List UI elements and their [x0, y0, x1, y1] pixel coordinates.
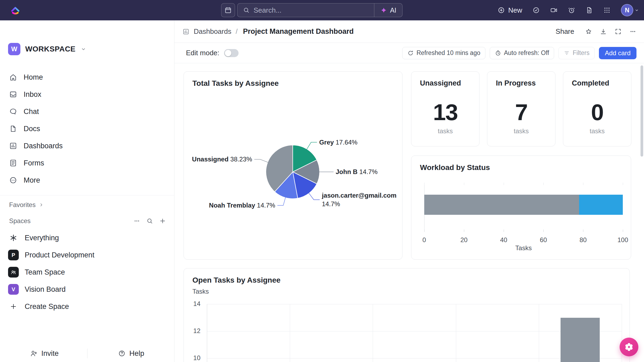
bar-column-5[interactable]: [561, 318, 600, 362]
sidebar-item-inbox[interactable]: Inbox: [0, 86, 174, 103]
spaces-more-button[interactable]: [133, 217, 140, 224]
nav-label: Inbox: [24, 90, 41, 99]
x-tick-label: 100: [615, 236, 631, 244]
nav-label: More: [24, 176, 40, 184]
tick-mark: [583, 230, 583, 232]
refreshed-status-button[interactable]: Refreshed 10 mins ago: [402, 47, 485, 59]
stat-unit: tasks: [563, 127, 631, 135]
pie-slice-label: John B 14.7%: [336, 168, 378, 176]
more-options-button[interactable]: [629, 28, 636, 35]
invite-user-icon: [30, 350, 38, 357]
more-circle-icon: [9, 176, 17, 184]
filters-button[interactable]: Filters: [558, 47, 595, 59]
gridline-v: [456, 304, 456, 362]
reminders-button[interactable]: [568, 6, 575, 14]
gridline-v: [373, 304, 373, 362]
spaces-add-button[interactable]: [159, 217, 166, 224]
scrollbar[interactable]: [640, 63, 644, 362]
space-label: Vision Board: [25, 285, 66, 294]
filter-icon: [564, 50, 570, 56]
search-icon: [146, 217, 153, 224]
user-avatar[interactable]: N: [621, 4, 633, 16]
sidebar-item-home[interactable]: Home: [0, 69, 174, 86]
workspace-switcher[interactable]: W WORKSPACE: [8, 43, 86, 55]
workload-bar-segment-0[interactable]: [424, 195, 579, 215]
alarm-clock-icon: [568, 6, 575, 14]
download-icon: [600, 28, 607, 35]
gridline-h: [207, 331, 622, 331]
search-input[interactable]: [254, 6, 374, 14]
sidebar-item-dashboards[interactable]: Dashboards: [0, 137, 174, 154]
forms-icon: [9, 159, 17, 167]
check-circle-button[interactable]: [532, 6, 540, 14]
stat-title: Completed: [572, 79, 609, 87]
auto-refresh-button[interactable]: Auto refresh: Off: [490, 47, 554, 59]
sidebar-item-docs[interactable]: Docs: [0, 120, 174, 137]
video-button[interactable]: [550, 6, 558, 14]
ellipsis-icon: [133, 217, 140, 224]
search-bar[interactable]: AI: [237, 3, 402, 17]
download-button[interactable]: [600, 28, 607, 35]
create-space-button[interactable]: Create Space: [0, 298, 174, 315]
sidebar-space-vision-board[interactable]: V Vision Board: [0, 281, 174, 298]
space-label: Team Space: [25, 268, 65, 276]
add-card-button[interactable]: Add card: [599, 47, 636, 59]
y-tick-label: 14: [186, 300, 200, 308]
star-icon: [585, 28, 592, 35]
spaces-header: Spaces: [0, 215, 174, 227]
share-button[interactable]: Share: [556, 27, 574, 36]
pie-slice-label: Noah Tremblay 14.7%: [209, 201, 275, 210]
people-icon: [10, 269, 17, 275]
favorites-toggle[interactable]: Favorites: [0, 198, 174, 211]
fullscreen-icon: [614, 28, 622, 35]
plus-icon: [159, 217, 166, 224]
tick-mark: [464, 230, 464, 232]
pie-slice-label: jason.carter@gmail.com14.7%: [322, 191, 396, 208]
document-icon: [586, 6, 593, 14]
spaces-search-button[interactable]: [146, 217, 153, 224]
sidebar-space-product-development[interactable]: P Product Development: [0, 246, 174, 264]
sidebar-item-more[interactable]: More: [0, 172, 174, 189]
new-button[interactable]: New: [497, 6, 522, 14]
help-button[interactable]: Help: [118, 345, 144, 362]
workload-bar-chart: 020406080100: [411, 156, 631, 259]
user-menu[interactable]: N: [621, 4, 639, 16]
calendar-button[interactable]: [221, 3, 235, 17]
help-icon: [118, 350, 126, 357]
edit-mode-toggle[interactable]: [224, 49, 239, 57]
fullscreen-button[interactable]: [614, 28, 622, 35]
stat-card-completed: Completed 0 tasks: [563, 71, 631, 146]
help-label: Help: [129, 349, 144, 358]
x-tick-label: 60: [535, 236, 551, 244]
dashboard-icon: [182, 28, 189, 35]
toolbar-right: Refreshed 10 mins ago Auto refresh: Off …: [402, 47, 636, 59]
breadcrumb-dashboards[interactable]: Dashboards: [194, 27, 231, 36]
x-tick-label: 80: [575, 236, 591, 244]
sidebar-item-forms[interactable]: Forms: [0, 154, 174, 172]
ai-label: AI: [390, 6, 396, 14]
apps-grid-button[interactable]: [603, 6, 611, 14]
stat-title: Unassigned: [420, 79, 461, 87]
sidebar-space-everything[interactable]: Everything: [0, 229, 174, 246]
workload-bar-segment-1[interactable]: [579, 195, 623, 215]
ai-assistant-fab[interactable]: [620, 338, 638, 356]
top-tick-mark: [424, 183, 425, 185]
pie-label-line: [309, 193, 320, 200]
page-header: Dashboards / Project Management Dashboar…: [174, 20, 644, 43]
ai-button[interactable]: AI: [374, 3, 402, 17]
sidebar-space-team-space[interactable]: Team Space: [0, 264, 174, 281]
dashboards-icon: [9, 142, 17, 150]
sidebar-item-chat[interactable]: Chat: [0, 103, 174, 120]
invite-button[interactable]: Invite: [30, 345, 59, 362]
gridline-h: [207, 358, 622, 359]
nav-label: Dashboards: [24, 142, 63, 150]
favorite-button[interactable]: [585, 28, 592, 35]
video-camera-icon: [550, 6, 558, 14]
breadcrumb-separator: /: [236, 27, 237, 36]
clickup-logo-icon[interactable]: [10, 5, 21, 16]
notepad-button[interactable]: [586, 6, 593, 14]
flower-icon: [624, 342, 634, 352]
breadcrumb: Dashboards / Project Management Dashboar…: [182, 27, 354, 36]
scrollbar-thumb[interactable]: [641, 65, 643, 157]
space-avatar: V: [8, 284, 19, 295]
